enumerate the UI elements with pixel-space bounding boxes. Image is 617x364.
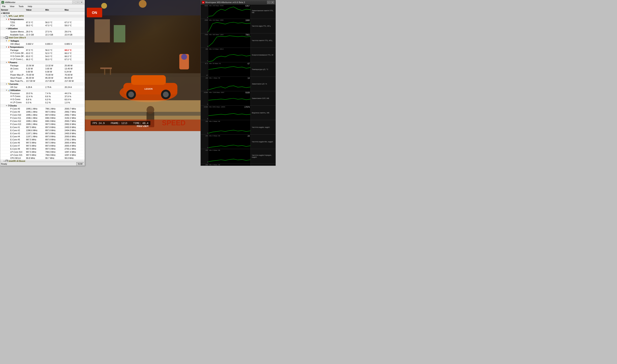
- table-row[interactable]: VR Out 6.28 A 2.79 A 20.24 A: [0, 86, 85, 89]
- table-row[interactable]: E-Core #1997.5 MHz897.8 MHz2493.9 MHz: [0, 126, 85, 129]
- table-row[interactable]: VID (Max) 0.660 V 0.655 V 0.805 V: [0, 42, 85, 46]
- chart-scale: 200 0: [201, 135, 208, 149]
- column-header: Sensor Value Min Max: [0, 8, 85, 12]
- menu-help[interactable]: Help: [27, 5, 33, 8]
- ia-cores-row[interactable]: IA Cores 5.33 W 3.65 W 13.45 W: [0, 67, 85, 70]
- svg-text:M: M: [203, 2, 204, 3]
- table-row[interactable]: ✛ P-Cores (Max) 63.0 °C 52.0 °C 66.0 °C: [0, 52, 85, 55]
- minimize-button[interactable]: −: [72, 1, 76, 4]
- table-row[interactable]: Package 15.56 W 13.32 W 25.80 W: [0, 64, 85, 67]
- table-row[interactable]: PCH 58.0 °C 47.0 °C 59.0 °C: [0, 24, 85, 27]
- table-row[interactable]: Processor 10.0 % 7.4 % 44.0 %: [0, 92, 85, 95]
- msi-minimize-button[interactable]: −: [267, 1, 270, 4]
- table-row[interactable]: ▼ 🔲 Intel Core Ultra 9 185H: [0, 36, 85, 39]
- msi-charts-container: 8192 0 Мін: 249 Макс: 5449 6367 Завантаж…: [201, 4, 276, 166]
- table-row[interactable]: ▼ ⏱ Clocks: [0, 104, 85, 107]
- fps-overlay: FPS 24.9 FRAME: 1213 TIME: 40.4: [91, 121, 150, 125]
- row-label: NEO16: [3, 12, 10, 14]
- chart-cpu-load: 100 0 Мін: 1 Макс: 58 13 Завантажен ЦП, …: [201, 77, 276, 91]
- chart-canvas: Мін: 6 Макс: 88: [208, 120, 250, 134]
- chart-fps-avg: 200 0 Мін: 6 Макс: 88 Частота кадрів Сер…: [201, 149, 276, 164]
- table-row[interactable]: ▼ ↯ Currents: [0, 82, 85, 86]
- time-value: 40.4: [142, 122, 148, 125]
- table-row[interactable]: E-Core #41197.1 MHz897.8 MHz2593.6 MHz: [0, 135, 85, 138]
- table-row[interactable]: E-Core #6997.5 MHz997.5 MHz2693.4 MHz: [0, 141, 85, 144]
- chart-scale: 7500 0: [201, 33, 208, 48]
- table-row[interactable]: P-Core #131995.1 MHz997.5 MHz2992.6 MHz: [0, 123, 85, 126]
- sensor-tree[interactable]: ▶ NEO16 ▼ 🔧 MTL Leaf_MTH ▼ 🌡 Temperature…: [0, 12, 85, 162]
- table-row[interactable]: System Memory L... 28.0 % 27.0 % 29.0 %: [0, 30, 85, 33]
- table-row[interactable]: ✛ P-Cores 12.4 % 8.6 % 37.8 %: [0, 95, 85, 98]
- table-row[interactable]: ✛ E-Cores 8.8 % 6.0 % 63.9 %: [0, 98, 85, 101]
- menu-view[interactable]: View: [9, 5, 16, 8]
- table-row[interactable]: E-Core #7997.5 MHz897.8 MHz2693.4 MHz: [0, 144, 85, 147]
- sensor-name-label: TZ01: [8, 21, 26, 24]
- table-row[interactable]: P-Core #121995.1 MHz698.3 MHz2593.7 MHz: [0, 119, 85, 123]
- table-row[interactable]: Power Max (PL1) 70.00 W 70.00 W 70.00 W: [0, 73, 85, 76]
- chart-canvas: Мін: 6 Макс: 88: [208, 149, 250, 163]
- table-row[interactable]: ▼ ☀ Powers: [0, 61, 85, 64]
- svg-rect-26: [100, 67, 112, 69]
- table-row[interactable]: Package 67.0 °C 56.0 °C 68.0 °C: [0, 49, 85, 52]
- table-row[interactable]: E-Core #31197.1 MHz897.8 MHz2493.9 MHz: [0, 132, 85, 135]
- col-max: Max: [64, 9, 84, 11]
- expand-icon: ▶: [1, 12, 2, 14]
- chart-ram-usage: 16384 0 Мін: 7106 Макс: 9397 9168 Завант…: [201, 91, 276, 106]
- msi-app-icon: M: [202, 1, 205, 4]
- table-row[interactable]: E-Core #5997.5 MHz897.8 MHz2793.1 MHz: [0, 138, 85, 141]
- svg-point-23: [139, 0, 147, 8]
- hwmonitor-app-icon: H: [1, 1, 4, 4]
- table-row[interactable]: ▼ Utilization: [0, 27, 85, 30]
- titlebar-left: H HWMonitor: [1, 1, 15, 4]
- table-row[interactable]: E-Core #8997.5 MHz997.5 MHz2793.1 MHz: [0, 147, 85, 150]
- msi-afterburner-window: M Моніторинг MSI Afterburner v4.6.6 Beta…: [201, 0, 276, 166]
- menu-file[interactable]: File: [1, 5, 7, 8]
- table-row[interactable]: Available System ... 22.5 GB 22.3 GB 22.…: [0, 33, 85, 36]
- col-value: Value: [26, 9, 45, 11]
- table-row[interactable]: ✛ LP-Cores (Max) 66.0 °C 55.0 °C 67.0 °C: [0, 58, 85, 61]
- chart-gpu-mem-usage: 8192 0 Мін: 249 Макс: 5449 6367 Завантаж…: [201, 4, 276, 19]
- table-row[interactable]: P-Core #01995.1 MHz798.1 MHz2593.7 MHz: [0, 107, 85, 110]
- table-row[interactable]: ▶ NEO16: [0, 12, 85, 15]
- table-row[interactable]: ▼ ⚡ Voltages: [0, 39, 85, 42]
- maximize-button[interactable]: □: [76, 1, 80, 4]
- table-row[interactable]: LP-Core #15997.5 MHz798.0 MHz1097.4 MHz: [0, 154, 85, 156]
- chart-canvas: Мін: 6 Макс: 88 24: [208, 135, 250, 149]
- table-row[interactable]: ▼ 🌡 Temperatures: [0, 18, 85, 21]
- table-row[interactable]: GT 0.00 W 0.00 W 0.24 W: [0, 70, 85, 73]
- msi-close-button[interactable]: ✕: [271, 1, 274, 4]
- chart-label: Завантажен ЦП, %: [250, 77, 276, 91]
- hwmonitor-title: HWMonitor: [5, 1, 15, 3]
- chart-scale: 200 0: [201, 149, 208, 163]
- table-row[interactable]: E-Core #21396.6 MHz897.8 MHz2494.0 MHz: [0, 129, 85, 132]
- chart-label: Виділена пам'ять, МБ: [250, 106, 276, 120]
- msi-titlebar: M Моніторинг MSI Afterburner v4.6.6 Beta…: [201, 0, 276, 4]
- table-row[interactable]: ▼ 🔧 MTL Leaf_MTH: [0, 15, 85, 18]
- table-row[interactable]: TZ01 67.0 °C 56.0 °C 67.0 °C: [0, 21, 85, 24]
- flame-icon: 🌡: [8, 18, 10, 20]
- table-row[interactable]: Max Peak Power (... 217.00 W 217.00 W 21…: [0, 79, 85, 82]
- table-row[interactable]: ✛ LP-Cores 0.5 % 0.2 % 1.0 %: [0, 101, 85, 104]
- menu-tools[interactable]: Tools: [17, 5, 25, 8]
- table-row[interactable]: ▼ 📊 Utilization: [0, 89, 85, 92]
- table-row[interactable]: P-Core #111596.1 MHz698.3 MHz3192.2 MHz: [0, 117, 85, 119]
- table-row[interactable]: P-Core #91995.1 MHz997.5 MHz2992.7 MHz: [0, 110, 85, 113]
- table-row[interactable]: CPU BCLK99.8 MHz99.7 MHz99.8 MHz: [0, 156, 85, 160]
- table-row[interactable]: P-Core #101995.1 MHz897.8 MHz2992.7 MHz: [0, 113, 85, 117]
- close-button[interactable]: ✕: [80, 1, 83, 4]
- expand-icon: ▼: [3, 15, 5, 17]
- table-row[interactable]: Short Power Max ... 85.00 W 85.00 W 85.0…: [0, 76, 85, 79]
- chart-label: Частота кадрів Мін, кадр/с: [250, 135, 276, 149]
- svg-rect-8: [114, 25, 125, 42]
- chart-fps: 200 0 Мін: 6 Макс: 88 Частота кадрів, ка…: [201, 120, 276, 135]
- chart-label: Енергоспоживання ГП1, Вт: [250, 48, 276, 62]
- num-badge: NUM: [76, 162, 84, 165]
- table-row[interactable]: ▼ 🔲 Intel(R) AI Boost: [0, 160, 85, 162]
- table-row[interactable]: ✛ E-Cores (Max) 63.0 °C 54.0 °C 66.0 °C: [0, 55, 85, 58]
- chart-canvas: Мін: 0.0 Макс: 190.8: [208, 48, 250, 62]
- table-row[interactable]: LP-Core #14997.5 MHz798.0 MHz1097.4 MHz: [0, 150, 85, 154]
- table-row[interactable]: ▼ 🌡 Temperatures: [0, 46, 85, 49]
- svg-rect-18: [85, 112, 201, 116]
- chart-fps-min: 200 0 Мін: 6 Макс: 88 24 Частота кадрів …: [201, 135, 276, 149]
- svg-rect-11: [131, 75, 166, 85]
